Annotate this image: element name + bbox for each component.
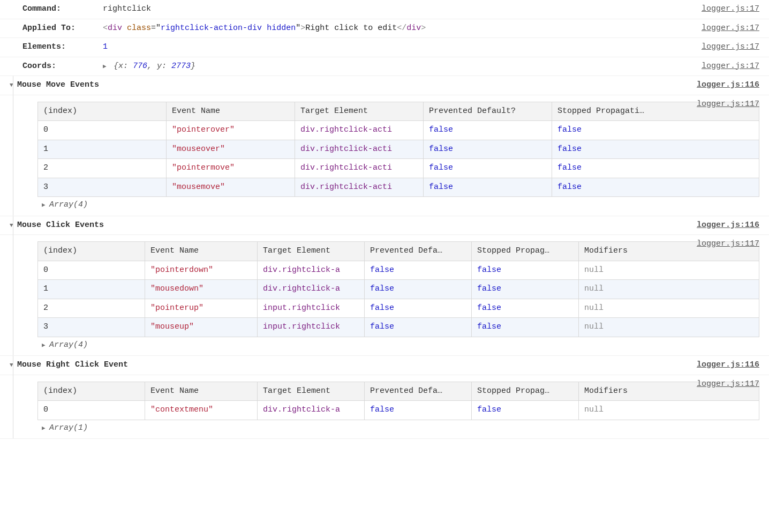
array-summary[interactable]: Array(4) [0, 198, 769, 216]
source-link[interactable]: logger.js:117 [697, 378, 759, 391]
column-header[interactable]: Stopped Propag… [472, 242, 579, 261]
console-table: (index)Event NameTarget ElementPrevented… [37, 102, 759, 197]
cell-modifiers: null [579, 401, 759, 420]
column-header[interactable]: Prevented Defa… [365, 382, 472, 401]
collapse-icon[interactable] [10, 361, 17, 370]
table-row[interactable]: 0"contextmenu"div.rightclick-afalsefalse… [38, 401, 759, 420]
table-row[interactable]: 2"pointermove"div.rightclick-actifalsefa… [38, 159, 759, 178]
cell-prevented-default: false [424, 140, 552, 159]
source-link[interactable]: logger.js:117 [697, 98, 759, 111]
cell-target-element: input.rightclick [258, 318, 365, 337]
array-summary[interactable]: Array(1) [0, 421, 769, 439]
column-header[interactable]: Prevented Default? [424, 102, 552, 121]
source-link[interactable]: logger.js:17 [702, 22, 759, 35]
expand-icon[interactable] [42, 424, 49, 433]
expand-icon[interactable] [103, 62, 110, 71]
column-header[interactable]: Target Element [258, 382, 365, 401]
table-row[interactable]: 3"mousemove"div.rightclick-actifalsefals… [38, 178, 759, 197]
group-header[interactable]: Mouse Move Eventslogger.js:116 [0, 76, 769, 95]
source-link[interactable]: logger.js:17 [702, 60, 759, 73]
column-header[interactable]: (index) [38, 102, 167, 121]
elements-value: 1 [103, 41, 108, 54]
cell-stopped-propagation: false [472, 318, 579, 337]
event-table: (index)Event NameTarget ElementPrevented… [37, 102, 759, 197]
log-group: Mouse Move Eventslogger.js:116logger.js:… [0, 76, 769, 216]
cell-target-element: div.rightclick-acti [295, 159, 424, 178]
cell-target-element: div.rightclick-a [258, 280, 365, 299]
collapse-icon[interactable] [10, 81, 17, 90]
cell-prevented-default: false [365, 299, 472, 318]
group-header[interactable]: Mouse Right Click Eventlogger.js:116 [0, 356, 769, 375]
cell-target-element: div.rightclick-acti [295, 140, 424, 159]
log-row-applied-to: Applied To: <div class="rightclick-actio… [0, 19, 769, 39]
column-header[interactable]: Event Name [145, 382, 258, 401]
array-label: Array(4) [49, 200, 88, 209]
group-subsource: logger.js:117 [0, 95, 769, 100]
cell-stopped-propagation: false [552, 140, 759, 159]
log-row-coords: Coords: {x: 776, y: 2773} logger.js:17 [0, 57, 769, 77]
table-row[interactable]: 2"pointerup"input.rightclickfalsefalsenu… [38, 299, 759, 318]
cell-target-element: div.rightclick-acti [295, 121, 424, 140]
column-header[interactable]: (index) [38, 242, 145, 261]
array-label: Array(4) [49, 340, 88, 349]
cell-event-name: "mouseover" [167, 140, 295, 159]
cell-index: 0 [38, 401, 145, 420]
console-table: (index)Event NameTarget ElementPrevented… [37, 241, 759, 337]
command-value: rightclick [103, 3, 151, 16]
cell-event-name: "pointermove" [167, 159, 295, 178]
group-title: Mouse Move Events [17, 79, 99, 92]
cell-index: 3 [38, 178, 167, 197]
cell-target-element: div.rightclick-a [258, 401, 365, 420]
group-subsource: logger.js:117 [0, 375, 769, 379]
cell-stopped-propagation: false [552, 121, 759, 140]
cell-event-name: "pointerover" [167, 121, 295, 140]
table-row[interactable]: 1"mousedown"div.rightclick-afalsefalsenu… [38, 280, 759, 299]
log-row-command: Command: rightclick logger.js:17 [0, 0, 769, 19]
log-group: Mouse Right Click Eventlogger.js:116logg… [0, 356, 769, 439]
console-table: (index)Event NameTarget ElementPrevented… [37, 382, 759, 420]
expand-icon[interactable] [42, 341, 49, 350]
column-header[interactable]: (index) [38, 382, 145, 401]
table-row[interactable]: 0"pointerover"div.rightclick-actifalsefa… [38, 121, 759, 140]
cell-stopped-propagation: false [552, 178, 759, 197]
applied-to-html: <div class="rightclick-action-div hidden… [103, 22, 426, 35]
table-row[interactable]: 3"mouseup"input.rightclickfalsefalsenull [38, 318, 759, 337]
collapse-icon[interactable] [10, 221, 17, 230]
column-header[interactable]: Stopped Propag… [472, 382, 579, 401]
source-link[interactable]: logger.js:17 [702, 3, 759, 16]
cell-stopped-propagation: false [472, 299, 579, 318]
column-header[interactable]: Event Name [145, 242, 258, 261]
cell-index: 3 [38, 318, 145, 337]
array-summary[interactable]: Array(4) [0, 338, 769, 356]
column-header[interactable]: Target Element [295, 102, 424, 121]
coords-value[interactable]: {x: 776, y: 2773} [103, 60, 195, 73]
cell-event-name: "pointerup" [145, 299, 258, 318]
expand-icon[interactable] [42, 201, 49, 210]
cell-event-name: "contextmenu" [145, 401, 258, 420]
source-link[interactable]: logger.js:116 [697, 359, 759, 371]
cell-modifiers: null [579, 261, 759, 280]
table-row[interactable]: 1"mouseover"div.rightclick-actifalsefals… [38, 140, 759, 159]
cell-prevented-default: false [424, 178, 552, 197]
cell-prevented-default: false [365, 401, 472, 420]
cell-index: 1 [38, 280, 145, 299]
table-row[interactable]: 0"pointerdown"div.rightclick-afalsefalse… [38, 261, 759, 280]
group-title: Mouse Click Events [17, 219, 104, 232]
source-link[interactable]: logger.js:116 [697, 219, 759, 232]
coords-label: Coords: [22, 60, 103, 73]
cell-stopped-propagation: false [472, 280, 579, 299]
cell-prevented-default: false [365, 261, 472, 280]
group-header[interactable]: Mouse Click Eventslogger.js:116 [0, 216, 769, 235]
cell-index: 0 [38, 121, 167, 140]
applied-to-label: Applied To: [22, 22, 103, 35]
column-header[interactable]: Event Name [167, 102, 295, 121]
column-header[interactable]: Prevented Defa… [365, 242, 472, 261]
source-link[interactable]: logger.js:116 [697, 79, 759, 92]
source-link[interactable]: logger.js:17 [702, 41, 759, 54]
cell-prevented-default: false [424, 121, 552, 140]
cell-index: 2 [38, 299, 145, 318]
cell-prevented-default: false [424, 159, 552, 178]
column-header[interactable]: Target Element [258, 242, 365, 261]
cell-stopped-propagation: false [472, 401, 579, 420]
source-link[interactable]: logger.js:117 [697, 238, 759, 250]
